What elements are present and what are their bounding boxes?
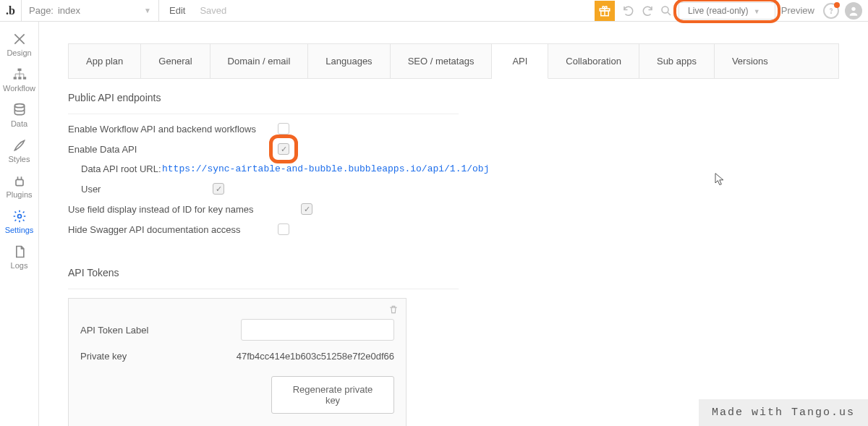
divider <box>68 114 459 114</box>
search-icon <box>660 4 673 17</box>
label-hide-swagger: Hide Swagger API documentation access <box>68 224 278 235</box>
svg-rect-5 <box>17 69 21 71</box>
chevron-down-icon: ▼ <box>754 8 760 15</box>
label-use-field-display: Use field display instead of ID for key … <box>68 204 301 215</box>
label-private-key: Private key <box>80 351 237 362</box>
sidenav-data[interactable]: Data <box>0 97 38 132</box>
svg-rect-7 <box>18 77 21 79</box>
svg-point-4 <box>851 7 855 10</box>
checkbox-hide-swagger[interactable] <box>278 223 289 235</box>
svg-rect-6 <box>13 77 16 79</box>
side-nav: Design Workflow Data Styles Plugins <box>0 22 39 426</box>
checkbox-use-field-display[interactable] <box>301 203 312 215</box>
checkbox-user-type[interactable] <box>213 183 224 195</box>
tab-collaboration[interactable]: Collaboration <box>548 44 639 78</box>
version-dropdown[interactable]: Live (read-only) ▼ <box>678 2 775 20</box>
label-data-api-root: Data API root URL: <box>81 163 162 174</box>
section-api-tokens: API Tokens <box>68 267 839 278</box>
sidenav-workflow[interactable]: Workflow <box>0 61 38 97</box>
svg-point-3 <box>831 12 832 13</box>
api-token-card: API Token Label Private key 47fb4cc414e1… <box>68 298 407 426</box>
settings-icon <box>12 209 27 223</box>
sidenav-plugins[interactable]: Plugins <box>0 168 38 203</box>
value-data-api-root: https://sync-airtable-and-bubble.bubblea… <box>162 163 489 174</box>
edit-button[interactable]: Edit <box>159 5 195 16</box>
settings-tabs: App plan General Domain / email Language… <box>68 43 839 79</box>
search-button[interactable] <box>657 0 676 22</box>
chevron-down-icon: ▼ <box>144 7 151 14</box>
tab-versions[interactable]: Versions <box>715 44 786 78</box>
svg-rect-10 <box>16 179 23 185</box>
checkbox-enable-data-api[interactable] <box>278 143 289 155</box>
help-icon <box>827 7 835 15</box>
tab-general[interactable]: General <box>141 44 210 78</box>
undo-button[interactable] <box>619 0 638 22</box>
sidenav-label: Styles <box>9 155 30 163</box>
tab-domain-email[interactable]: Domain / email <box>210 44 309 78</box>
tab-languages[interactable]: Languages <box>308 44 390 78</box>
user-avatar[interactable] <box>845 2 862 20</box>
sidenav-label: Data <box>11 119 27 128</box>
sidenav-label: Settings <box>5 226 34 234</box>
sidenav-design[interactable]: Design <box>0 26 38 61</box>
label-enable-data-api: Enable Data API <box>68 144 278 155</box>
delete-token-button[interactable] <box>388 304 399 317</box>
bubble-logo[interactable]: .b <box>0 0 22 22</box>
tab-api[interactable]: API <box>492 44 548 79</box>
redo-icon <box>641 4 654 17</box>
design-icon <box>12 32 27 46</box>
saved-status: Saved <box>195 5 231 16</box>
input-api-token-label[interactable] <box>241 319 394 341</box>
tab-app-plan[interactable]: App plan <box>69 44 141 78</box>
svg-rect-8 <box>23 77 26 79</box>
page-selector[interactable]: Page: index ▼ <box>22 0 159 21</box>
section-public-api: Public API endpoints <box>68 92 839 103</box>
label-enable-workflow-api: Enable Workflow API and backend workflow… <box>68 124 278 135</box>
label-api-token: API Token Label <box>80 325 241 336</box>
trash-icon <box>388 304 399 315</box>
sidenav-label: Plugins <box>6 190 32 199</box>
tab-seo[interactable]: SEO / metatags <box>391 44 493 78</box>
styles-icon <box>12 138 27 153</box>
plugins-icon <box>12 174 27 188</box>
divider <box>68 289 459 289</box>
watermark: Made with Tango.us <box>699 399 868 426</box>
svg-point-9 <box>14 104 24 108</box>
sidenav-label: Design <box>7 48 31 57</box>
page-label-prefix: Page: <box>29 5 54 16</box>
preview-link[interactable]: Preview <box>778 5 820 16</box>
page-name: index <box>58 5 80 16</box>
label-user-type: User <box>68 184 213 195</box>
sidenav-styles[interactable]: Styles <box>0 132 38 168</box>
regenerate-key-button[interactable]: Regenerate private key <box>271 376 394 414</box>
sidenav-logs[interactable]: Logs <box>0 239 38 274</box>
svg-point-11 <box>17 215 21 218</box>
tab-sub-apps[interactable]: Sub apps <box>639 44 715 78</box>
value-private-key: 47fb4cc414e1b603c51258e7f2e0df66 <box>237 351 394 362</box>
gift-button[interactable] <box>595 1 615 21</box>
help-button[interactable] <box>823 3 839 19</box>
data-icon <box>12 103 27 117</box>
redo-button[interactable] <box>638 0 657 22</box>
logs-icon <box>12 244 27 259</box>
checkbox-enable-workflow-api[interactable] <box>278 123 289 135</box>
sidenav-settings[interactable]: Settings <box>0 203 38 239</box>
workflow-icon <box>12 67 27 82</box>
version-label: Live (read-only) <box>688 6 748 16</box>
user-icon <box>848 5 859 17</box>
undo-icon <box>622 4 635 17</box>
svg-point-2 <box>662 7 668 13</box>
gift-icon <box>598 4 611 17</box>
sidenav-label: Workflow <box>3 84 35 93</box>
sidenav-label: Logs <box>11 261 28 270</box>
